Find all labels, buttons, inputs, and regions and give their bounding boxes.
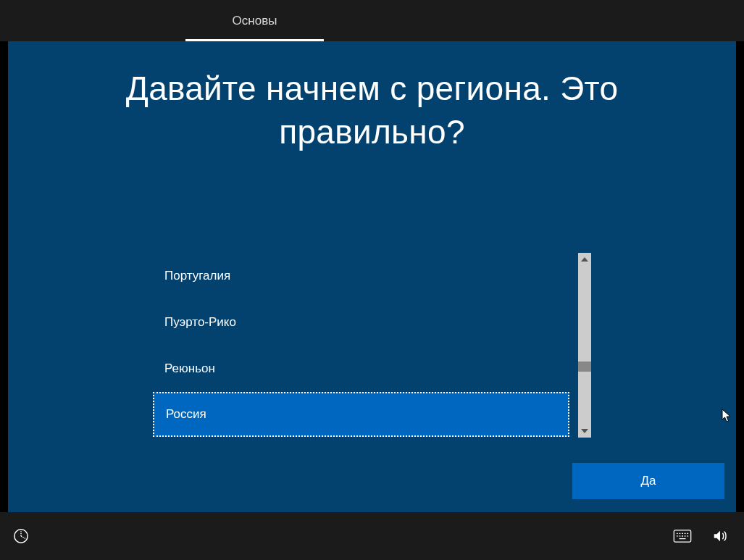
region-item-reunion[interactable]: Реюньон [153, 346, 571, 392]
region-listbox[interactable]: Португалия Пуэрто-Рико Реюньон Россия [153, 253, 591, 438]
yes-button[interactable]: Да [572, 463, 724, 499]
oobe-screen: Основы Давайте начнем с региона. Этоправ… [0, 0, 744, 560]
volume-icon[interactable] [712, 528, 728, 544]
content-panel: Давайте начнем с региона. Этоправильно? … [8, 41, 736, 512]
region-item-portugal[interactable]: Португалия [153, 253, 571, 299]
region-item-puerto-rico[interactable]: Пуэрто-Рико [153, 299, 571, 346]
scroll-down-button[interactable] [578, 425, 591, 438]
tab-basics-label: Основы [233, 14, 277, 28]
region-item-label: Португалия [164, 269, 230, 283]
tab-basics[interactable]: Основы [185, 0, 324, 41]
bottom-bar [0, 512, 744, 560]
yes-button-label: Да [641, 474, 656, 488]
keyboard-icon[interactable] [673, 530, 692, 543]
region-item-label: Реюньон [164, 362, 215, 376]
top-bar: Основы [0, 0, 744, 41]
region-item-label: Пуэрто-Рико [164, 315, 236, 330]
scroll-thumb[interactable] [578, 362, 591, 372]
page-heading: Давайте начнем с региона. Этоправильно? [8, 67, 736, 154]
ease-of-access-icon[interactable] [13, 528, 29, 544]
region-item-russia[interactable]: Россия [153, 392, 569, 437]
region-item-label: Россия [166, 407, 206, 422]
scroll-up-button[interactable] [578, 253, 591, 266]
scrollbar[interactable] [578, 253, 591, 438]
